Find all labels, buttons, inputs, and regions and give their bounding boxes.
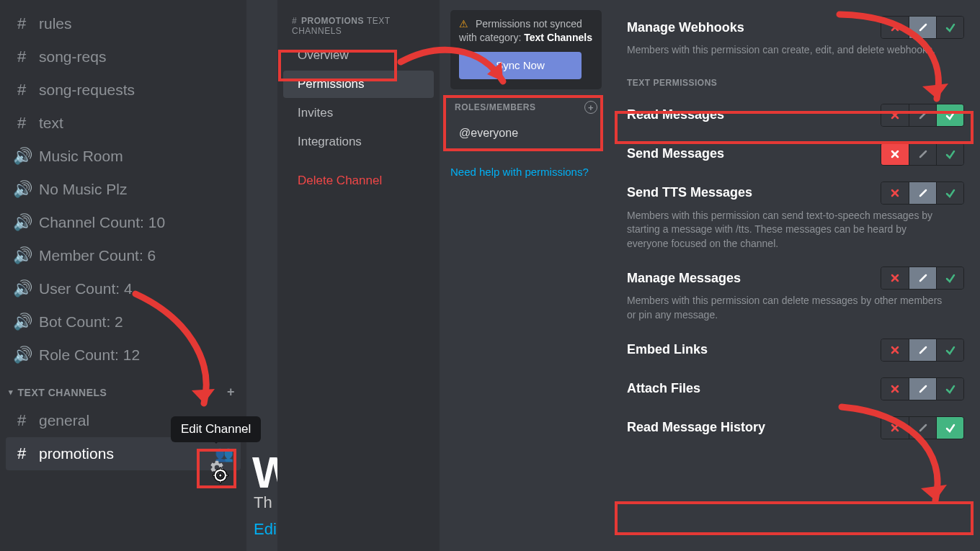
text-channel-item[interactable]: #song-reqs bbox=[6, 40, 241, 73]
text-channel-item[interactable]: #rules bbox=[6, 7, 241, 40]
tristate-slash[interactable] bbox=[909, 378, 936, 400]
permissions-highlight-box bbox=[278, 50, 397, 81]
background-subtext: Th bbox=[254, 493, 272, 512]
speaker-icon: 🔊 bbox=[13, 147, 30, 166]
warning-icon: ⚠ bbox=[459, 18, 468, 30]
speaker-icon: 🔊 bbox=[13, 246, 30, 265]
voice-channel-item[interactable]: 🔊Music Room bbox=[6, 140, 241, 173]
tristate-check[interactable] bbox=[936, 143, 963, 165]
tristate-slash[interactable] bbox=[909, 143, 936, 165]
read-messages-highlight-box bbox=[615, 111, 974, 144]
permission-title: Send TTS Messages bbox=[627, 185, 881, 200]
permission-tristate bbox=[881, 266, 964, 290]
permission-manage_messages: Manage MessagesMembers with this permiss… bbox=[627, 266, 964, 322]
text-channel-item[interactable]: #text bbox=[6, 107, 241, 140]
tristate-slash[interactable] bbox=[909, 182, 936, 204]
arrow-to-read-messages bbox=[829, 9, 958, 117]
speaker-icon: 🔊 bbox=[13, 346, 30, 364]
svg-marker-3 bbox=[922, 84, 948, 99]
category-label: TEXT CHANNELS bbox=[18, 387, 107, 398]
permissions-help-link[interactable]: Need help with permissions? bbox=[450, 166, 602, 178]
channel-label: song-requests bbox=[39, 81, 233, 99]
voice-channel-item[interactable]: 🔊No Music Plz bbox=[6, 173, 241, 206]
settings-breadcrumb-channel: PROMOTIONS bbox=[301, 16, 364, 26]
permission-tristate bbox=[881, 143, 964, 166]
settings-breadcrumb: # PROMOTIONS TEXT CHANNELS bbox=[277, 12, 440, 40]
svg-point-0 bbox=[219, 474, 222, 477]
channel-label: No Music Plz bbox=[39, 181, 233, 198]
tristate-deny[interactable] bbox=[881, 378, 909, 400]
tristate-deny[interactable] bbox=[881, 339, 909, 361]
permission-description: Members with this permission can delete … bbox=[627, 294, 944, 322]
hash-icon: # bbox=[13, 444, 30, 463]
tristate-check[interactable] bbox=[936, 267, 963, 289]
settings-nav-integrations[interactable]: Integrations bbox=[283, 128, 434, 156]
channel-label: Member Count: 6 bbox=[39, 247, 233, 264]
permission-tristate bbox=[881, 377, 964, 400]
tristate-check[interactable] bbox=[936, 378, 963, 400]
permission-send_messages: Send Messages bbox=[627, 143, 964, 166]
hash-icon: # bbox=[13, 114, 30, 133]
read-history-highlight-box bbox=[615, 501, 974, 535]
permission-embed_links: Embed Links bbox=[627, 339, 964, 362]
tristate-deny[interactable] bbox=[881, 143, 909, 165]
cursor-icon bbox=[213, 466, 231, 488]
permission-attach_files: Attach Files bbox=[627, 377, 964, 400]
channel-label: Music Room bbox=[39, 148, 233, 165]
channel-label: text bbox=[39, 115, 233, 132]
permission-send_tts: Send TTS MessagesMembers with this permi… bbox=[627, 182, 964, 251]
permission-title: Attach Files bbox=[627, 381, 881, 396]
channel-label: promotions bbox=[39, 445, 206, 462]
voice-channel-item[interactable]: 🔊Member Count: 6 bbox=[6, 239, 241, 272]
voice-channel-item[interactable]: 🔊Channel Count: 10 bbox=[6, 206, 241, 239]
tristate-slash[interactable] bbox=[909, 267, 936, 289]
permission-title: Embed Links bbox=[627, 342, 881, 357]
background-edit-link[interactable]: Edi bbox=[254, 520, 277, 539]
edit-channel-tooltip: Edit Channel bbox=[171, 416, 261, 442]
text-channel-item[interactable]: #song-requests bbox=[6, 73, 241, 107]
tristate-slash[interactable] bbox=[909, 339, 936, 361]
permission-tristate bbox=[881, 182, 964, 205]
sync-notice-category: Text Channels bbox=[524, 32, 592, 43]
svg-marker-1 bbox=[192, 389, 215, 403]
hash-icon: # bbox=[292, 16, 297, 26]
tristate-check[interactable] bbox=[936, 339, 963, 361]
delete-channel-link[interactable]: Delete Channel bbox=[283, 167, 434, 194]
speaker-icon: 🔊 bbox=[13, 313, 30, 331]
hash-icon: # bbox=[13, 411, 30, 430]
channel-label: rules bbox=[39, 15, 233, 32]
channel-label: Channel Count: 10 bbox=[39, 214, 233, 231]
svg-marker-4 bbox=[921, 485, 947, 501]
arrow-to-gear bbox=[107, 288, 229, 432]
permission-title: Manage Messages bbox=[627, 271, 881, 286]
tristate-deny[interactable] bbox=[881, 182, 909, 204]
channel-label: song-reqs bbox=[39, 48, 233, 66]
tristate-deny[interactable] bbox=[881, 267, 909, 289]
roles-highlight-box bbox=[443, 95, 603, 151]
hash-icon: # bbox=[13, 81, 30, 99]
chevron-down-icon: ▾ bbox=[9, 388, 14, 397]
tristate-check[interactable] bbox=[936, 182, 963, 204]
speaker-icon: 🔊 bbox=[13, 279, 30, 298]
permission-description: Members with this permission can send te… bbox=[627, 209, 944, 251]
hash-icon: # bbox=[13, 48, 30, 66]
speaker-icon: 🔊 bbox=[13, 180, 30, 199]
speaker-icon: 🔊 bbox=[13, 213, 30, 232]
permission-title: Send Messages bbox=[627, 146, 881, 161]
hash-icon: # bbox=[13, 14, 30, 33]
permission-tristate bbox=[881, 339, 964, 362]
